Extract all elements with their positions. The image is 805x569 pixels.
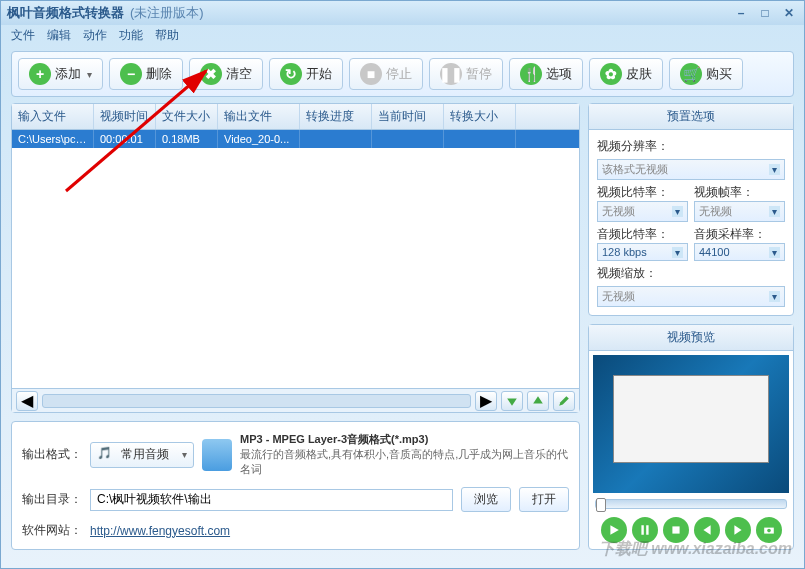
- menubar: 文件 编辑 动作 功能 帮助: [1, 25, 804, 45]
- col-progress[interactable]: 转换进度: [300, 104, 372, 129]
- move-up-button[interactable]: [527, 391, 549, 411]
- format-label: 输出格式：: [22, 446, 82, 463]
- zoom-label: 视频缩放：: [597, 265, 785, 282]
- format-desc-body: 最流行的音频格式,具有体积小,音质高的特点,几乎成为网上音乐的代名词: [240, 447, 569, 477]
- stop-button[interactable]: ■停止: [349, 58, 423, 90]
- open-button[interactable]: 打开: [519, 487, 569, 512]
- menu-edit[interactable]: 编辑: [47, 27, 71, 44]
- preview-title: 视频预览: [589, 325, 793, 351]
- svg-rect-0: [672, 526, 679, 533]
- fps-label: 视频帧率：: [694, 184, 785, 201]
- resolution-select[interactable]: 该格式无视频▾: [597, 159, 785, 180]
- play-button[interactable]: [601, 517, 627, 543]
- clear-icon: ✖: [200, 63, 222, 85]
- clear-button[interactable]: ✖清空: [189, 58, 263, 90]
- buy-button[interactable]: 🛒购买: [669, 58, 743, 90]
- samplerate-label: 音频采样率：: [694, 226, 785, 243]
- close-button[interactable]: ✕: [780, 6, 798, 20]
- table-row[interactable]: C:\Users\pc\... 00:00:01 0.18MB Video_20…: [12, 130, 579, 148]
- next-button[interactable]: [725, 517, 751, 543]
- vbitrate-select[interactable]: 无视频▾: [597, 201, 688, 222]
- skin-button[interactable]: ✿皮肤: [589, 58, 663, 90]
- cart-icon: 🛒: [680, 63, 702, 85]
- grid-header: 输入文件 视频时间 文件大小 输出文件 转换进度 当前时间 转换大小: [12, 104, 579, 130]
- format-icon: [202, 439, 232, 471]
- col-size[interactable]: 文件大小: [156, 104, 218, 129]
- pause-button[interactable]: ❚❚暂停: [429, 58, 503, 90]
- preview-panel: 视频预览: [588, 324, 794, 550]
- outdir-input[interactable]: [90, 489, 453, 511]
- abitrate-label: 音频比特率：: [597, 226, 688, 243]
- plus-icon: +: [29, 63, 51, 85]
- browse-button[interactable]: 浏览: [461, 487, 511, 512]
- skin-icon: ✿: [600, 63, 622, 85]
- abitrate-select[interactable]: 128 kbps▾: [597, 243, 688, 261]
- site-link[interactable]: http://www.fengyesoft.com: [90, 524, 230, 538]
- app-subtitle: (未注册版本): [130, 4, 204, 22]
- svg-point-2: [767, 529, 771, 533]
- grid-body[interactable]: C:\Users\pc\... 00:00:01 0.18MB Video_20…: [12, 130, 579, 388]
- delete-button[interactable]: −删除: [109, 58, 183, 90]
- prev-button[interactable]: [694, 517, 720, 543]
- h-scrollbar[interactable]: [42, 394, 471, 408]
- maximize-button[interactable]: □: [756, 6, 774, 20]
- scroll-left-button[interactable]: ◀: [16, 391, 38, 411]
- pause-icon: ❚❚: [440, 63, 462, 85]
- menu-help[interactable]: 帮助: [155, 27, 179, 44]
- chevron-down-icon: ▾: [182, 449, 187, 460]
- samplerate-select[interactable]: 44100▾: [694, 243, 785, 261]
- options-icon: 🍴: [520, 63, 542, 85]
- menu-function[interactable]: 功能: [119, 27, 143, 44]
- outdir-label: 输出目录：: [22, 491, 82, 508]
- col-time[interactable]: 当前时间: [372, 104, 444, 129]
- snapshot-button[interactable]: [756, 517, 782, 543]
- presets-title: 预置选项: [589, 104, 793, 130]
- presets-panel: 预置选项 视频分辨率： 该格式无视频▾ 视频比特率： 无视频▾ 视频帧率： 无视…: [588, 103, 794, 316]
- stop-icon: ■: [360, 63, 382, 85]
- minimize-button[interactable]: –: [732, 6, 750, 20]
- menu-action[interactable]: 动作: [83, 27, 107, 44]
- site-label: 软件网站：: [22, 522, 82, 539]
- stop-preview-button[interactable]: [663, 517, 689, 543]
- add-button[interactable]: +添加▾: [18, 58, 103, 90]
- zoom-select[interactable]: 无视频▾: [597, 286, 785, 307]
- format-combo[interactable]: 🎵 常用音频 ▾: [90, 442, 194, 468]
- preview-slider[interactable]: [595, 499, 787, 509]
- col-input[interactable]: 输入文件: [12, 104, 94, 129]
- preview-viewport: [593, 355, 789, 493]
- col-output[interactable]: 输出文件: [218, 104, 300, 129]
- options-button[interactable]: 🍴选项: [509, 58, 583, 90]
- minus-icon: −: [120, 63, 142, 85]
- col-duration[interactable]: 视频时间: [94, 104, 156, 129]
- app-title: 枫叶音频格式转换器: [7, 4, 124, 22]
- titlebar: 枫叶音频格式转换器 (未注册版本) – □ ✕: [1, 1, 804, 25]
- scroll-right-button[interactable]: ▶: [475, 391, 497, 411]
- format-desc-title: MP3 - MPEG Layer-3音频格式(*.mp3): [240, 432, 569, 447]
- resolution-label: 视频分辨率：: [597, 138, 785, 155]
- move-down-button[interactable]: [501, 391, 523, 411]
- menu-file[interactable]: 文件: [11, 27, 35, 44]
- vbitrate-label: 视频比特率：: [597, 184, 688, 201]
- col-convsize[interactable]: 转换大小: [444, 104, 516, 129]
- file-list-panel: 输入文件 视频时间 文件大小 输出文件 转换进度 当前时间 转换大小 C:\Us…: [11, 103, 580, 413]
- refresh-icon: ↻: [280, 63, 302, 85]
- start-button[interactable]: ↻开始: [269, 58, 343, 90]
- output-panel: 输出格式： 🎵 常用音频 ▾ MP3 - MPEG Layer-3音频格式(*.…: [11, 421, 580, 550]
- edit-button[interactable]: [553, 391, 575, 411]
- fps-select[interactable]: 无视频▾: [694, 201, 785, 222]
- pause-preview-button[interactable]: [632, 517, 658, 543]
- toolbar: +添加▾ −删除 ✖清空 ↻开始 ■停止 ❚❚暂停 🍴选项 ✿皮肤 🛒购买: [11, 51, 794, 97]
